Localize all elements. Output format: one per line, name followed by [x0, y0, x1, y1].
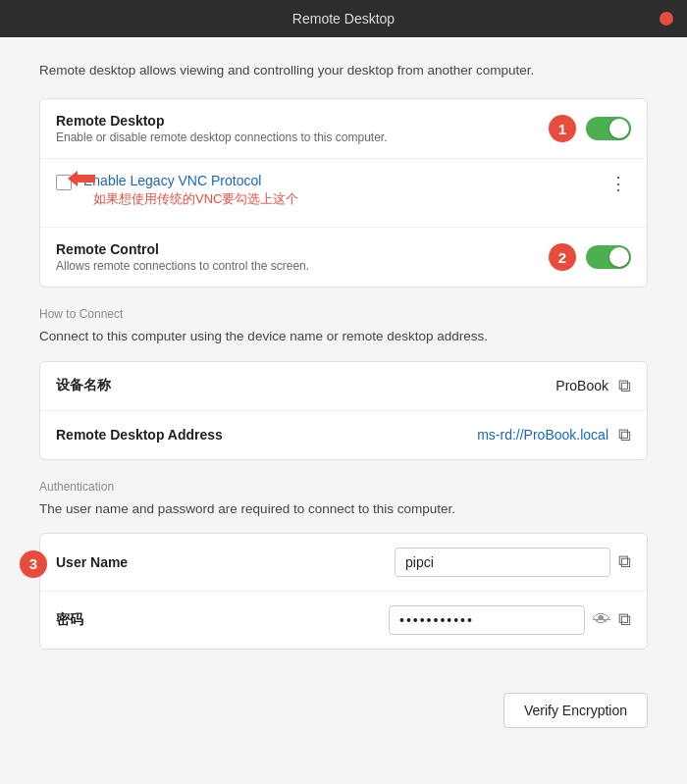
- close-button[interactable]: [660, 12, 673, 26]
- authentication-card: User Name ⧉ 密码 👁 ⧉: [39, 533, 648, 650]
- vnc-annotation: 如果想使用传统的VNC要勾选上这个: [93, 190, 298, 208]
- remote-desktop-row: Remote Desktop Enable or disable remote …: [40, 99, 647, 159]
- username-row: User Name ⧉: [40, 534, 647, 592]
- main-content: Remote desktop allows viewing and contro…: [0, 37, 687, 784]
- toggle-password-visibility-button[interactable]: 👁: [593, 609, 610, 630]
- badge-2: 2: [549, 243, 576, 271]
- how-to-connect-card: 设备名称 ProBook ⧉ Remote Desktop Address ms…: [39, 361, 648, 460]
- remote-control-sublabel: Allows remote connections to control the…: [56, 259, 549, 273]
- badge-3: 3: [20, 550, 47, 578]
- remote-address-value: ms-rd://ProBook.local: [477, 427, 608, 443]
- device-name-row: 设备名称 ProBook ⧉: [40, 362, 647, 411]
- remote-address-right: ms-rd://ProBook.local ⧉: [477, 425, 631, 445]
- remote-desktop-label-group: Remote Desktop Enable or disable remote …: [56, 113, 549, 144]
- remote-control-toggle[interactable]: [586, 245, 631, 269]
- remote-control-right: 2: [549, 243, 631, 271]
- password-input[interactable]: [389, 605, 585, 635]
- remote-desktop-card: Remote Desktop Enable or disable remote …: [39, 98, 648, 287]
- copy-username-button[interactable]: ⧉: [618, 551, 631, 572]
- copy-password-button[interactable]: ⧉: [618, 609, 631, 630]
- bottom-bar: Verify Encryption: [39, 679, 648, 728]
- copy-device-name-button[interactable]: ⧉: [618, 376, 631, 396]
- remote-desktop-sublabel: Enable or disable remote desktop connect…: [56, 131, 549, 144]
- vnc-label: Enable Legacy VNC Protocol: [83, 173, 261, 188]
- password-input-group: 👁 ⧉: [389, 605, 631, 635]
- main-description: Remote desktop allows viewing and contro…: [39, 61, 648, 80]
- remote-address-label: Remote Desktop Address: [56, 427, 223, 443]
- how-to-connect-description: Connect to this computer using the devic…: [39, 327, 648, 346]
- remote-address-row: Remote Desktop Address ms-rd://ProBook.l…: [40, 411, 647, 459]
- copy-address-button[interactable]: ⧉: [618, 425, 631, 445]
- verify-encryption-button[interactable]: Verify Encryption: [503, 693, 648, 728]
- vnc-menu-button[interactable]: ⋮: [606, 173, 631, 194]
- authentication-title: Authentication: [39, 480, 648, 494]
- username-label: User Name: [56, 554, 128, 570]
- device-name-value: ProBook: [555, 378, 608, 393]
- password-label: 密码: [56, 611, 83, 629]
- remote-desktop-toggle[interactable]: [586, 117, 631, 140]
- badge-1: 1: [549, 115, 576, 142]
- remote-desktop-label: Remote Desktop: [56, 113, 549, 129]
- remote-control-row: Remote Control Allows remote connections…: [40, 228, 647, 287]
- username-input-group: ⧉: [395, 548, 631, 577]
- how-to-connect-title: How to Connect: [39, 307, 648, 321]
- remote-desktop-right: 1: [549, 115, 631, 142]
- device-name-right: ProBook ⧉: [555, 376, 631, 396]
- titlebar: Remote Desktop: [0, 0, 687, 37]
- remote-control-label: Remote Control: [56, 241, 549, 257]
- authentication-description: The user name and password are required …: [39, 499, 648, 519]
- window-title: Remote Desktop: [292, 11, 395, 26]
- remote-control-label-group: Remote Control Allows remote connections…: [56, 241, 549, 273]
- svg-marker-0: [68, 171, 95, 186]
- device-name-label: 设备名称: [56, 377, 111, 394]
- username-input[interactable]: [395, 548, 610, 577]
- vnc-arrow-icon: [68, 171, 95, 198]
- password-row: 密码 👁 ⧉: [40, 592, 647, 649]
- vnc-row: Enable Legacy VNC Protocol 如果想使用传统的VNC要勾…: [40, 159, 647, 228]
